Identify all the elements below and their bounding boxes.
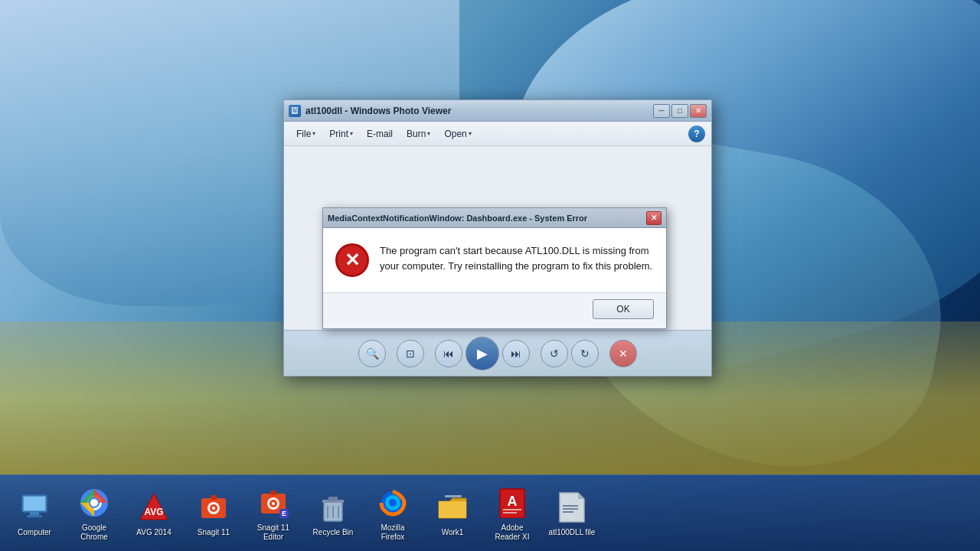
menubar: File ▾ Print ▾ E-mail Burn ▾ Open ▾ ?: [284, 122, 711, 146]
next-button[interactable]: ⏭: [502, 340, 530, 367]
svg-text:A: A: [508, 494, 518, 509]
prev-button[interactable]: ⏮: [435, 340, 462, 367]
dialog-close-button[interactable]: ✕: [646, 211, 662, 225]
error-icon: ✕: [335, 243, 369, 277]
delete-button[interactable]: ✕: [609, 340, 637, 367]
dialog-body: ✕ The program can't start because ATL100…: [323, 228, 666, 292]
computer-label: Computer: [18, 528, 51, 537]
svg-rect-19: [270, 491, 276, 495]
photo-viewer-icon: 🖼: [289, 105, 301, 117]
avg-icon: AVG: [136, 489, 172, 526]
taskbar-icon-recycle[interactable]: Recycle Bin: [306, 486, 360, 540]
taskbar: Computer Google Chrome AVG: [0, 474, 980, 551]
svg-rect-24: [328, 497, 338, 501]
firefox-icon: [374, 484, 411, 521]
titlebar-left: 🖼 atl100dll - Windows Photo Viewer: [289, 105, 451, 117]
menu-print[interactable]: Print ▾: [323, 127, 359, 141]
photo-toolbar: 🔍 ⊡ ⏮ ▶ ⏭ ↺ ↻ ✕: [284, 330, 711, 376]
window-titlebar: 🖼 atl100dll - Windows Photo Viewer ─ □ ✕: [284, 100, 711, 122]
taskbar-icon-dll[interactable]: atl100DLL file: [545, 486, 599, 540]
menu-burn[interactable]: Burn ▾: [400, 127, 436, 141]
print-arrow: ▾: [350, 130, 353, 137]
svg-rect-31: [445, 495, 462, 497]
photo-content: MediaContextNotificationWindow: Dashboar…: [284, 146, 711, 330]
maximize-button[interactable]: □: [671, 104, 688, 118]
minimize-button[interactable]: ─: [653, 104, 670, 118]
svg-rect-2: [30, 512, 39, 515]
recycle-label: Recycle Bin: [313, 528, 354, 537]
error-message: The program can't start because ATL100.D…: [380, 243, 654, 273]
snagit-editor-label: Snagit 11 Editor: [250, 523, 297, 542]
dialog-titlebar: MediaContextNotificationWindow: Dashboar…: [323, 208, 666, 228]
taskbar-icon-snagit-editor[interactable]: E Snagit 11 Editor: [247, 481, 300, 545]
dll-icon: [554, 489, 590, 526]
svg-rect-14: [211, 495, 217, 500]
dialog-footer: OK: [323, 292, 666, 328]
fit-button[interactable]: ⊡: [397, 340, 424, 367]
computer-icon: [16, 489, 53, 526]
burn-arrow: ▾: [427, 130, 430, 137]
zoom-button[interactable]: 🔍: [358, 340, 386, 367]
desktop: 🖼 atl100dll - Windows Photo Viewer ─ □ ✕…: [0, 0, 980, 551]
svg-text:AVG: AVG: [144, 507, 163, 517]
menu-email[interactable]: E-mail: [361, 127, 399, 141]
snagit-label: Snagit 11: [198, 528, 230, 537]
taskbar-icon-work[interactable]: Work1: [426, 486, 479, 540]
svg-point-7: [90, 499, 98, 507]
firefox-label: Mozilla Firefox: [369, 523, 416, 542]
work-icon: [434, 489, 471, 526]
taskbar-icon-snagit[interactable]: Snagit 11: [187, 486, 240, 540]
play-button[interactable]: ▶: [466, 337, 499, 370]
help-button[interactable]: ?: [688, 126, 705, 142]
svg-rect-37: [563, 505, 578, 507]
chrome-label: Google Chrome: [70, 523, 118, 542]
menu-open[interactable]: Open ▾: [438, 127, 477, 141]
taskbar-icon-adobe[interactable]: A Adobe Reader XI: [485, 481, 539, 545]
open-arrow: ▾: [469, 130, 472, 137]
file-arrow: ▾: [312, 130, 315, 137]
svg-point-18: [272, 502, 275, 505]
svg-rect-35: [503, 509, 521, 510]
work-label: Work1: [442, 528, 464, 537]
svg-text:E: E: [282, 510, 286, 517]
menu-file[interactable]: File ▾: [290, 127, 322, 141]
dll-label: atl100DLL file: [549, 528, 596, 537]
rotate-ccw-button[interactable]: ↺: [541, 340, 568, 367]
chrome-icon: [76, 484, 113, 521]
photo-viewer-window: 🖼 atl100dll - Windows Photo Viewer ─ □ ✕…: [283, 99, 712, 377]
taskbar-icon-chrome[interactable]: Google Chrome: [67, 481, 121, 545]
snagit-editor-icon: E: [255, 484, 292, 521]
svg-point-30: [389, 499, 397, 507]
svg-rect-39: [563, 511, 573, 513]
avg-label: AVG 2014: [136, 528, 171, 537]
ok-button[interactable]: OK: [593, 299, 654, 319]
snagit-icon: [195, 489, 232, 526]
window-title: atl100dll - Windows Photo Viewer: [305, 106, 451, 116]
dialog-title: MediaContextNotificationWindow: Dashboar…: [328, 214, 587, 223]
adobe-label: Adobe Reader XI: [488, 523, 536, 542]
taskbar-icon-firefox[interactable]: Mozilla Firefox: [366, 481, 420, 545]
svg-rect-1: [24, 497, 45, 510]
window-controls: ─ □ ✕: [653, 104, 707, 118]
taskbar-icon-computer[interactable]: Computer: [8, 486, 61, 540]
recycle-icon: [315, 489, 351, 526]
svg-rect-3: [27, 515, 42, 517]
close-button[interactable]: ✕: [690, 104, 707, 118]
rotate-cw-button[interactable]: ↻: [571, 340, 599, 367]
svg-rect-38: [563, 508, 578, 510]
error-dialog: MediaContextNotificationWindow: Dashboar…: [322, 207, 667, 329]
svg-point-13: [212, 507, 215, 510]
svg-rect-36: [503, 512, 517, 514]
adobe-icon: A: [494, 484, 531, 521]
taskbar-icon-avg[interactable]: AVG AVG 2014: [127, 486, 181, 540]
